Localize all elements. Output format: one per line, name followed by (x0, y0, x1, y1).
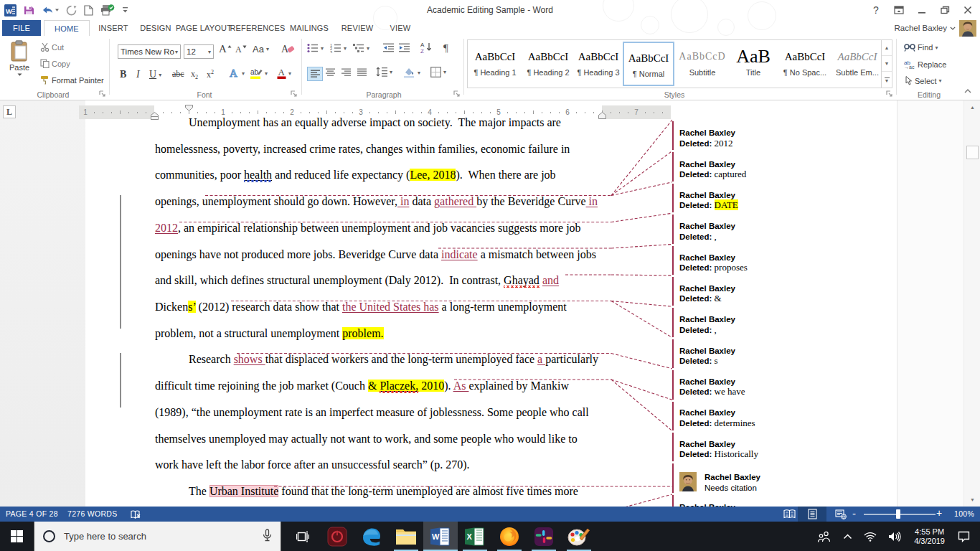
wifi-icon[interactable] (864, 532, 877, 542)
scroll-down-icon[interactable]: ▼ (965, 494, 980, 506)
action-center-icon[interactable] (958, 531, 970, 542)
minimize-icon[interactable] (913, 2, 931, 18)
document-line[interactable]: themselves unemployed may actually not w… (155, 431, 578, 446)
tab-page-layout[interactable]: PAGE LAYOUT (176, 20, 232, 36)
find-button[interactable]: Find ▾ (904, 43, 938, 52)
revision-balloon[interactable]: Rachel BaxleyDeleted: DATE (679, 190, 895, 211)
align-right-button[interactable] (341, 68, 351, 77)
shrink-font-button[interactable]: A (235, 44, 247, 55)
comment-balloon[interactable]: Rachel BaxleyNeeds citation (679, 472, 895, 493)
styles-more-icon[interactable]: ▼ (882, 72, 892, 88)
revision-balloon[interactable]: Rachel BaxleyDeleted: we have (679, 377, 895, 397)
revision-balloon[interactable]: Rachel BaxleyDeleted: s (679, 346, 895, 367)
quick-print-icon[interactable] (100, 3, 115, 17)
text-effects-button[interactable]: A ▾ (228, 67, 245, 79)
sort-button[interactable]: AZ (420, 42, 433, 53)
document-line[interactable]: The Urban Institute found that the long-… (155, 484, 578, 499)
align-center-button[interactable] (326, 68, 335, 77)
tab-home[interactable]: HOME (44, 20, 90, 36)
document-line[interactable]: Unemployment has an equally adverse impa… (155, 115, 561, 130)
document-line[interactable]: Dickens’ (2012) research data show that … (155, 299, 567, 314)
document-line[interactable]: work have left the labor force after an … (155, 457, 469, 472)
zoom-in-button[interactable]: + (936, 506, 942, 521)
speaker-icon[interactable] (888, 532, 901, 542)
grow-font-button[interactable]: A (219, 43, 232, 55)
start-button[interactable] (0, 522, 34, 551)
bullets-button[interactable]: ▾ (307, 43, 324, 53)
style-heading-2[interactable]: AaBbCcI¶ Heading 2 (522, 42, 574, 86)
document-line[interactable]: openings, unemployment should go down. H… (155, 194, 598, 209)
clipboard-dialog-launcher[interactable] (99, 90, 106, 98)
select-button[interactable]: Select ▾ (904, 76, 942, 85)
taskbar-app-edge[interactable] (354, 522, 389, 551)
style-subtle-em[interactable]: AaBbCcISubtle Em... (831, 42, 883, 86)
document-line[interactable]: and skill, which defines structural unem… (155, 273, 559, 288)
borders-button[interactable]: ▾ (430, 67, 446, 77)
customize-quick-access-icon[interactable] (122, 3, 128, 17)
document-line[interactable]: (1989), “the unemployment rate is an imp… (155, 405, 589, 420)
show-hidden-icons-icon[interactable] (843, 534, 852, 540)
paragraph-dialog-launcher[interactable] (453, 90, 461, 98)
tab-review[interactable]: REVIEW (341, 20, 374, 36)
font-dialog-launcher[interactable] (291, 90, 298, 98)
cut-button[interactable]: Cut (40, 42, 64, 52)
tab-file[interactable]: FILE (2, 20, 41, 36)
underline-button[interactable]: U▾ (149, 69, 161, 80)
taskbar-app-paint3d[interactable] (561, 522, 595, 551)
new-document-icon[interactable] (84, 3, 93, 17)
replace-button[interactable]: ab→ac Replace (904, 60, 946, 69)
style-title[interactable]: AaBTitle (727, 42, 779, 86)
style-subtitle[interactable]: AaBbCcDSubtitle (677, 42, 728, 86)
collapse-ribbon-button[interactable] (964, 89, 971, 93)
save-icon[interactable] (24, 3, 34, 17)
bold-button[interactable]: B (120, 69, 126, 80)
revision-balloon[interactable]: Rachel BaxleyDeleted: captured (679, 159, 895, 180)
scrollbar-thumb[interactable] (966, 146, 979, 159)
user-avatar[interactable] (959, 19, 976, 37)
revision-balloon[interactable]: Rachel BaxleyDeleted: determines (679, 408, 895, 428)
tab-mailings[interactable]: MAILINGS (290, 20, 329, 36)
increase-indent-button[interactable] (399, 43, 410, 52)
font-size-select[interactable]: 12 ▾ (184, 44, 214, 59)
italic-button[interactable]: I (136, 69, 140, 80)
text-highlight-button[interactable]: ab ▾ (250, 67, 268, 80)
numbering-button[interactable]: 123 ▾ (330, 43, 347, 53)
font-name-select[interactable]: Times New Ro ▾ (118, 44, 181, 59)
task-view-button[interactable] (286, 522, 320, 551)
taskbar-app-file-explorer[interactable] (389, 522, 423, 551)
redo-icon[interactable] (66, 3, 77, 17)
people-icon[interactable] (817, 531, 831, 542)
revision-balloon[interactable]: Rachel BaxleyDeleted: 2012 (679, 128, 895, 149)
multilevel-list-button[interactable]: ▾ (353, 43, 369, 53)
document-line[interactable]: openings have not produced more jobs. Be… (155, 247, 596, 262)
strikethrough-button[interactable]: abc (172, 69, 184, 80)
help-icon[interactable]: ? (867, 2, 885, 18)
revision-balloon[interactable]: Rachel BaxleyDeleted: , (679, 314, 895, 335)
web-layout-button[interactable] (826, 507, 855, 522)
revision-balloon[interactable]: Rachel BaxleyDeleted: & (679, 283, 895, 304)
print-layout-button[interactable] (798, 507, 826, 522)
document-line[interactable]: communities, poor health and reduced lif… (155, 167, 556, 182)
taskbar-app-firefox[interactable] (492, 522, 527, 551)
shading-button[interactable]: ▾ (403, 67, 420, 78)
undo-icon[interactable] (42, 3, 59, 17)
clock[interactable]: 4:55 PM 4/3/2019 (914, 527, 945, 546)
styles-dialog-launcher[interactable] (886, 90, 893, 98)
clear-formatting-button[interactable]: A (281, 43, 296, 55)
tab-design[interactable]: DESIGN (140, 20, 171, 36)
taskbar-app-excel[interactable]: X (458, 522, 492, 551)
align-left-button[interactable] (307, 67, 323, 81)
taskbar-app-slack[interactable] (527, 522, 561, 551)
word-count[interactable]: 7276 WORDS (67, 507, 118, 522)
decrease-indent-button[interactable] (383, 43, 394, 52)
zoom-slider-thumb[interactable] (896, 509, 900, 519)
styles-scroll-up-icon[interactable]: ▲ (882, 40, 892, 56)
vertical-scrollbar[interactable]: ▲ ▼ (963, 100, 980, 507)
style-heading-3[interactable]: AaBbCcI¶ Heading 3 (573, 42, 624, 86)
taskbar-app-word[interactable]: W (423, 522, 458, 551)
close-icon[interactable] (958, 2, 977, 18)
revision-balloon[interactable]: Rachel BaxleyDeleted: proposes (679, 253, 895, 273)
document-line[interactable]: Research shows that displaced workers an… (155, 352, 598, 367)
search-input[interactable]: Type here to search (34, 522, 281, 551)
taskbar-app-power[interactable] (320, 522, 354, 551)
